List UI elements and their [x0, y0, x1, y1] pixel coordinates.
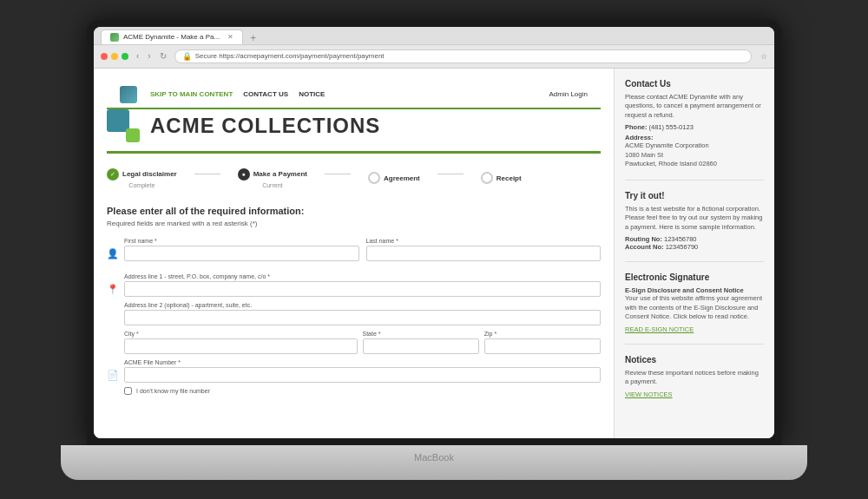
minimize-window-icon[interactable]	[111, 53, 118, 60]
step-agreement-circle	[368, 172, 380, 184]
address-value: ACME Dynamite Corporation1080 Main StPaw…	[625, 141, 764, 169]
address2-group: Address line 2 (optional) - apartment, s…	[124, 302, 601, 325]
step-payment-sub: Current	[262, 182, 282, 188]
pin-icon: 📍	[107, 273, 119, 295]
step-receipt: Receipt	[481, 172, 522, 184]
phone-label: Phone: (481) 555-0123	[625, 123, 764, 131]
sidebar: Contact Us Please contact ACME Dynamite …	[614, 69, 774, 438]
step-agreement: Agreement	[368, 172, 420, 184]
no-file-number-label: I don't know my file number	[136, 388, 210, 394]
tab-label: ACME Dynamite - Make a Pa...	[123, 33, 220, 41]
city-group: City *	[124, 331, 358, 354]
lock-icon: 🔒	[182, 52, 192, 61]
logo-green-square	[126, 128, 140, 142]
form-title: Please enter all of the required informa…	[107, 206, 601, 216]
step-legal-label: Legal disclaimer	[122, 170, 177, 178]
step-receipt-circle	[481, 172, 493, 184]
browser-tab[interactable]: ACME Dynamite - Make a Pa... ✕	[101, 30, 243, 44]
contact-heading: Contact Us	[625, 79, 764, 89]
last-name-group: Last name *	[366, 238, 602, 261]
last-name-input[interactable]	[366, 246, 602, 261]
tab-close-icon[interactable]: ✕	[227, 33, 233, 41]
esign-heading: Electronic Signature	[625, 272, 764, 282]
notices-text: Review these important notices before ma…	[625, 369, 764, 387]
state-input[interactable]	[363, 338, 479, 354]
admin-login-link[interactable]: Admin Login	[549, 90, 588, 98]
address2-label: Address line 2 (optional) - apartment, s…	[124, 302, 601, 308]
site-logo	[107, 109, 140, 142]
esign-section: Electronic Signature E-Sign Disclosure a…	[625, 272, 764, 345]
person-icon: 👤	[107, 238, 119, 259]
forward-arrow-icon[interactable]: ›	[145, 50, 153, 62]
step-agreement-label: Agreement	[384, 174, 420, 182]
phone-value: (481) 555-0123	[649, 123, 694, 131]
city-input[interactable]	[124, 338, 358, 354]
city-label: City *	[124, 331, 358, 337]
step-divider-1	[194, 174, 220, 174]
bookmark-icon[interactable]: ☆	[760, 52, 767, 61]
address2-input[interactable]	[124, 310, 601, 325]
close-window-icon[interactable]	[101, 53, 108, 60]
nav-logo	[120, 86, 137, 103]
step-legal-sub: Complete	[128, 182, 155, 188]
file-number-row: 📄 ACME File Number * I don't know my fil…	[107, 359, 601, 395]
zip-group: Zip *	[484, 331, 601, 354]
routing-info: Routing No: 123456780	[625, 235, 764, 243]
account-value: 123456790	[666, 243, 699, 251]
notices-section: Notices Review these important notices b…	[625, 355, 764, 409]
try-text: This is a test website for a fictional c…	[625, 205, 764, 233]
no-file-number-checkbox[interactable]	[124, 387, 132, 395]
file-number-label: ACME File Number *	[124, 359, 601, 365]
step-divider-3	[437, 174, 464, 174]
browser-toolbar: ‹ › ↻ 🔒 Secure https://acmepayment.com/p…	[94, 45, 774, 69]
address-row: 📍 Address line 1 - street, P.O. box, com…	[107, 273, 601, 354]
tab-bar: ACME Dynamite - Make a Pa... ✕ +	[94, 27, 774, 45]
url-text: Secure https://acmepayment.com/payment/p…	[195, 52, 385, 60]
step-divider-2	[325, 174, 351, 174]
zip-input[interactable]	[484, 338, 601, 354]
nav-links: SKIP TO MAIN CONTENT CONTACT US NOTICE	[150, 90, 325, 98]
state-label: State *	[363, 331, 479, 337]
zip-label: Zip *	[484, 331, 601, 337]
name-fields-row: First name * Last name *	[124, 238, 601, 261]
try-section: Try it out! This is a test website for a…	[625, 191, 764, 263]
form-subtitle: Required fields are marked with a red as…	[107, 220, 601, 227]
address1-group: Address line 1 - street, P.O. box, compa…	[124, 273, 601, 297]
step-legal: ✓ Legal disclaimer Complete	[107, 168, 177, 188]
notice-link[interactable]: NOTICE	[299, 90, 325, 98]
first-name-input[interactable]	[124, 246, 359, 261]
routing-value: 123456780	[664, 235, 697, 243]
contact-text: Please contact ACME Dynamite with any qu…	[625, 93, 764, 121]
tab-favicon	[110, 33, 119, 42]
address1-input[interactable]	[124, 281, 601, 297]
contact-section: Contact Us Please contact ACME Dynamite …	[625, 79, 764, 181]
new-tab-icon[interactable]: +	[250, 32, 256, 44]
notices-heading: Notices	[625, 355, 764, 364]
back-arrow-icon[interactable]: ‹	[134, 50, 141, 62]
site-title: ACME COLLECTIONS	[150, 114, 380, 138]
file-number-input[interactable]	[124, 367, 601, 383]
maximize-window-icon[interactable]	[122, 53, 128, 60]
main-panel: SKIP TO MAIN CONTENT CONTACT US NOTICE A…	[94, 69, 614, 438]
payment-form: Please enter all of the required informa…	[107, 206, 601, 395]
contact-us-link[interactable]: CONTACT US	[243, 90, 288, 98]
address-bar[interactable]: 🔒 Secure https://acmepayment.com/payment…	[174, 49, 752, 63]
first-name-group: First name *	[124, 238, 359, 261]
account-info: Account No: 123456790	[625, 243, 764, 251]
logo-teal-square	[107, 109, 129, 132]
notices-link[interactable]: VIEW NOTICES	[625, 391, 764, 398]
esign-link[interactable]: READ E-SIGN NOTICE	[625, 325, 764, 333]
step-legal-circle: ✓	[107, 168, 119, 181]
step-payment-label: Make a Payment	[253, 170, 307, 178]
page-content: SKIP TO MAIN CONTENT CONTACT US NOTICE A…	[94, 69, 774, 438]
state-group: State *	[363, 331, 479, 354]
step-payment-circle: ●	[238, 168, 250, 181]
refresh-icon[interactable]: ↻	[157, 50, 169, 62]
try-heading: Try it out!	[625, 191, 764, 200]
name-row: 👤 First name * Last name *	[107, 238, 601, 268]
city-state-zip-row: City * State * Zip *	[124, 331, 601, 354]
esign-text: Your use of this website affirms your ag…	[625, 294, 764, 322]
window-controls	[101, 53, 128, 60]
skip-to-main-link[interactable]: SKIP TO MAIN CONTENT	[150, 90, 233, 98]
page-navigation: SKIP TO MAIN CONTENT CONTACT US NOTICE A…	[107, 82, 601, 109]
